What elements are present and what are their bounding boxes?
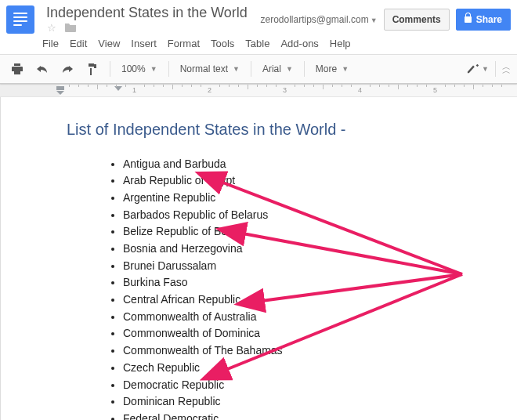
toolbar: 100%▼ Normal text▼ Arial▼ More▼ ▼ ︿︿ — [0, 54, 517, 84]
font-select[interactable]: Arial▼ — [258, 63, 298, 74]
account-email[interactable]: zerodollartips@gmail.com▼ — [260, 13, 377, 25]
ruler[interactable]: 12345 — [0, 85, 517, 97]
menu-insert[interactable]: Insert — [131, 38, 157, 49]
lock-icon — [465, 16, 472, 23]
ruler-number: 4 — [358, 86, 362, 94]
menu-help[interactable]: Help — [330, 38, 351, 49]
document-area[interactable]: List of Independent States in the World … — [0, 97, 517, 420]
docs-logo[interactable] — [6, 5, 34, 34]
menu-bar: FileEditViewInsertFormatToolsTableAdd-on… — [0, 36, 517, 54]
star-icon[interactable]: ☆ — [47, 22, 56, 34]
list-item[interactable]: Central African Republic — [123, 291, 457, 309]
ruler-number: 3 — [283, 86, 287, 94]
more-toolbar[interactable]: More▼ — [311, 63, 353, 74]
print-icon[interactable] — [6, 59, 28, 79]
redo-icon[interactable] — [56, 59, 78, 79]
list-item[interactable]: Belize Republic of Benin — [123, 223, 457, 241]
list-item[interactable]: Argentine Republic — [123, 190, 457, 207]
list-item[interactable]: Brunei Darussalam — [123, 258, 457, 275]
input-tools-icon[interactable]: ▼ — [467, 59, 489, 79]
menu-view[interactable]: View — [98, 38, 120, 49]
menu-file[interactable]: File — [42, 38, 59, 49]
menu-tools[interactable]: Tools — [211, 38, 234, 49]
menu-edit[interactable]: Edit — [70, 38, 87, 49]
svg-rect-0 — [56, 86, 64, 90]
collapse-toolbar-icon[interactable]: ︿︿ — [502, 64, 511, 74]
list-item[interactable]: Democratic Republic — [123, 377, 457, 394]
list-item[interactable]: Czech Republic — [123, 360, 457, 377]
undo-icon[interactable] — [31, 59, 53, 79]
share-button[interactable]: Share — [456, 9, 511, 31]
zoom-select[interactable]: 100%▼ — [117, 63, 162, 74]
list-item[interactable]: Federal Democratic — [123, 411, 457, 420]
list-item[interactable]: Commonwealth of The Bahamas — [123, 342, 457, 360]
folder-icon[interactable] — [64, 22, 77, 34]
menu-add-ons[interactable]: Add-ons — [280, 38, 318, 49]
ruler-number: 5 — [433, 86, 437, 94]
list-item[interactable]: Commonwealth of Dominica — [123, 325, 457, 342]
list-item[interactable]: Dominican Republic — [123, 393, 457, 411]
list-item[interactable]: Arab Republic of Egypt — [123, 172, 457, 190]
list-item[interactable]: Bosnia and Herzegovina — [123, 241, 457, 258]
paragraph-style-select[interactable]: Normal text▼ — [175, 63, 244, 74]
list-item[interactable]: Burkina Faso — [123, 274, 457, 291]
comments-button[interactable]: Comments — [384, 9, 450, 31]
ruler-number: 1 — [132, 86, 136, 94]
list-item[interactable]: Barbados Republic of Belarus — [123, 207, 457, 224]
paint-format-icon[interactable] — [81, 59, 103, 79]
document-title[interactable]: Independent States in the World — [42, 2, 251, 23]
list-item[interactable]: Commonwealth of Australia — [123, 309, 457, 326]
ruler-number: 2 — [208, 86, 212, 94]
document-heading[interactable]: List of Independent States in the World … — [67, 121, 457, 139]
list-item[interactable]: Antigua and Barbuda — [123, 156, 457, 173]
menu-format[interactable]: Format — [168, 38, 200, 49]
menu-table[interactable]: Table — [245, 38, 269, 49]
